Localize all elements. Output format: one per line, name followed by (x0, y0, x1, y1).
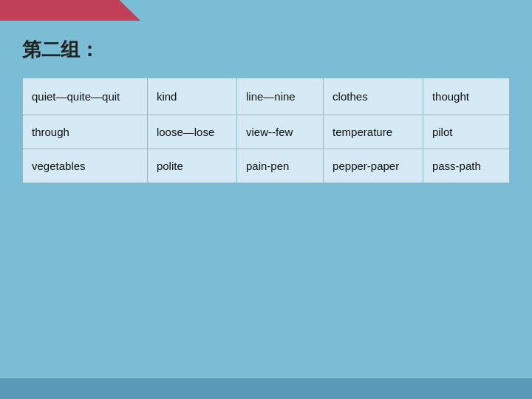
table-cell: pilot (423, 115, 509, 149)
table-cell: line—nine (237, 78, 324, 115)
top-bar (0, 0, 532, 24)
section-title: 第二组： (22, 37, 510, 63)
table-cell: clothes (324, 78, 423, 115)
table-cell: vegetables (23, 149, 148, 183)
table-cell: view--few (237, 115, 324, 149)
table-cell: loose—lose (147, 115, 236, 149)
top-accent-block (0, 0, 140, 21)
table-cell: pain-pen (237, 149, 324, 183)
table-cell: polite (147, 149, 236, 183)
table-cell: temperature (324, 115, 423, 149)
content-area: 第二组： quiet—quite—quitkindline—nineclothe… (22, 37, 510, 183)
table-row: throughloose—loseview--fewtemperaturepil… (23, 115, 510, 149)
table-cell: pass-path (423, 149, 509, 183)
table-cell: through (23, 115, 148, 149)
table-cell: pepper-paper (324, 149, 423, 183)
table-cell: quiet—quite—quit (23, 78, 148, 115)
table-row: quiet—quite—quitkindline—nineclothesthou… (23, 78, 510, 115)
table-row: vegetablespolitepain-penpepper-paperpass… (23, 149, 510, 183)
bottom-bar (0, 378, 532, 399)
table-cell: kind (147, 78, 236, 115)
table-cell: thought (423, 78, 509, 115)
vocab-table: quiet—quite—quitkindline—nineclothesthou… (22, 78, 510, 183)
